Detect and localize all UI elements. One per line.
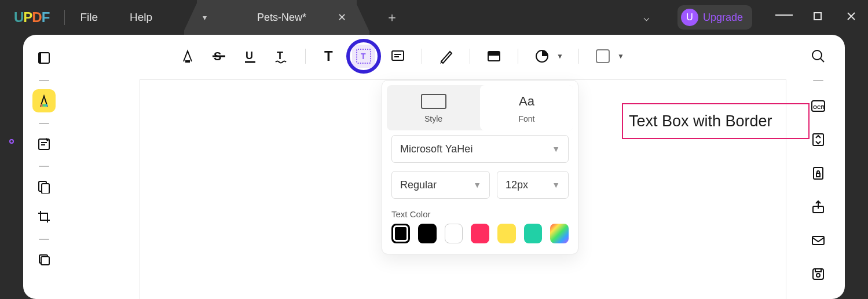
search-button[interactable]: [808, 46, 828, 66]
left-rail: [0, 35, 23, 299]
tab-font-label: Font: [480, 114, 573, 123]
svg-text:U: U: [246, 50, 253, 61]
annotation-toolbar: S U T T T: [65, 43, 738, 70]
swatch-white[interactable]: [445, 224, 463, 243]
protect-button[interactable]: [808, 163, 828, 183]
separator: [39, 239, 49, 240]
convert-button[interactable]: [808, 130, 828, 150]
svg-rect-38: [815, 269, 821, 272]
swatch-teal[interactable]: [524, 224, 543, 243]
active-indicator-icon: [9, 139, 14, 144]
separator: [305, 49, 306, 64]
menu-help[interactable]: Help: [130, 11, 152, 24]
separator: [422, 49, 422, 64]
tab-style[interactable]: Style: [387, 85, 480, 130]
upgrade-button[interactable]: U Upgrade: [677, 5, 752, 30]
share-button[interactable]: [808, 197, 828, 217]
textbox-properties-panel: Style Aa Font Microsoft YaHei ▼ Regula: [382, 80, 578, 254]
svg-rect-25: [488, 52, 500, 56]
font-size-value: 12px: [506, 179, 528, 191]
tab-menu-icon[interactable]: ▾: [203, 13, 207, 22]
right-rail: [845, 35, 868, 299]
svg-rect-21: [392, 51, 404, 60]
separator: [39, 166, 49, 167]
save-button[interactable]: [808, 264, 828, 284]
window-close-button[interactable]: [840, 12, 862, 23]
svg-rect-10: [42, 184, 49, 194]
ocr-button[interactable]: OCR: [808, 96, 828, 116]
font-icon: Aa: [480, 93, 573, 110]
panel-tabs: Style Aa Font: [387, 85, 573, 130]
right-tool-column: OCR: [792, 35, 845, 299]
canvas-frame: S U T T T: [23, 35, 845, 299]
font-weight-select[interactable]: Regular ▼: [391, 171, 490, 199]
font-family-select[interactable]: Microsoft YaHei ▼: [391, 135, 569, 163]
shape-button[interactable]: [594, 48, 611, 65]
edit-tool[interactable]: [32, 132, 56, 155]
document-tab[interactable]: ▾ Pets-New* ✕: [197, 0, 357, 35]
comment-tool[interactable]: [32, 89, 56, 112]
main-area: S U T T T: [65, 35, 792, 299]
textbox-button[interactable]: T: [352, 45, 375, 68]
shape-icon: [596, 49, 610, 63]
tabs-overflow-icon[interactable]: ⌵: [643, 11, 650, 24]
swatch-yellow[interactable]: [497, 224, 516, 243]
crop-tool[interactable]: [32, 205, 56, 228]
swatch-black[interactable]: [418, 224, 437, 243]
font-weight-value: Regular: [400, 179, 437, 191]
upgrade-label: Upgrade: [703, 12, 743, 24]
svg-rect-0: [814, 13, 821, 20]
highlight-button[interactable]: [179, 48, 196, 65]
chevron-down-icon: ▼: [552, 144, 560, 154]
squiggly-button[interactable]: T: [273, 48, 290, 65]
titlebar: UPDF File Help ▾ Pets-New* ✕ ＋ ⌵ U Upgra…: [0, 0, 868, 35]
svg-text:T: T: [324, 49, 333, 64]
underline-button[interactable]: U: [241, 48, 259, 65]
tab-style-label: Style: [387, 114, 480, 123]
organize-tool[interactable]: [32, 175, 56, 198]
separator: [518, 49, 518, 64]
separator: [39, 123, 49, 124]
svg-text:T: T: [277, 50, 283, 61]
svg-rect-12: [41, 257, 49, 265]
svg-rect-4: [39, 53, 41, 63]
reader-tool[interactable]: [32, 46, 56, 70]
sample-textbox[interactable]: Text Box with Border: [622, 103, 810, 139]
stamp-button[interactable]: [533, 48, 551, 65]
close-tab-icon[interactable]: ✕: [338, 11, 346, 24]
svg-text:OCR: OCR: [813, 104, 825, 110]
chevron-down-icon: ▼: [552, 180, 560, 189]
svg-text:T: T: [361, 52, 366, 61]
svg-rect-5: [41, 104, 47, 107]
pages-tool[interactable]: [32, 248, 56, 271]
text-button[interactable]: T: [321, 48, 338, 65]
svg-rect-33: [816, 173, 820, 177]
pencil-button[interactable]: [437, 48, 455, 65]
window-maximize-button[interactable]: [807, 12, 829, 23]
font-size-select[interactable]: 12px ▼: [497, 171, 569, 199]
document-page[interactable]: Text Box with Border Style Aa Font: [140, 80, 786, 299]
swatch-black-selected[interactable]: [391, 224, 410, 243]
new-tab-button[interactable]: ＋: [386, 9, 398, 26]
separator: [813, 80, 823, 81]
style-icon: [421, 94, 446, 109]
sticky-note-button[interactable]: [389, 48, 406, 65]
tab-font[interactable]: Aa Font: [480, 85, 573, 130]
svg-point-37: [816, 274, 820, 277]
shape-dropdown-icon[interactable]: ▼: [617, 52, 624, 60]
window-minimize-button[interactable]: —: [773, 10, 795, 17]
mail-button[interactable]: [808, 231, 828, 250]
svg-line-28: [821, 59, 824, 62]
strikethrough-button[interactable]: S: [210, 48, 228, 65]
color-swatches: [391, 224, 569, 243]
text-color-label: Text Color: [391, 209, 569, 219]
rect-annotation-button[interactable]: [485, 48, 503, 65]
menu-file[interactable]: File: [80, 11, 98, 24]
tab-title: Pets-New*: [257, 12, 306, 24]
stamp-dropdown-icon[interactable]: ▼: [556, 52, 563, 60]
swatch-custom-color[interactable]: [550, 224, 569, 243]
separator: [470, 49, 470, 64]
separator: [64, 10, 65, 25]
svg-rect-35: [812, 236, 824, 245]
swatch-pink[interactable]: [471, 224, 489, 243]
